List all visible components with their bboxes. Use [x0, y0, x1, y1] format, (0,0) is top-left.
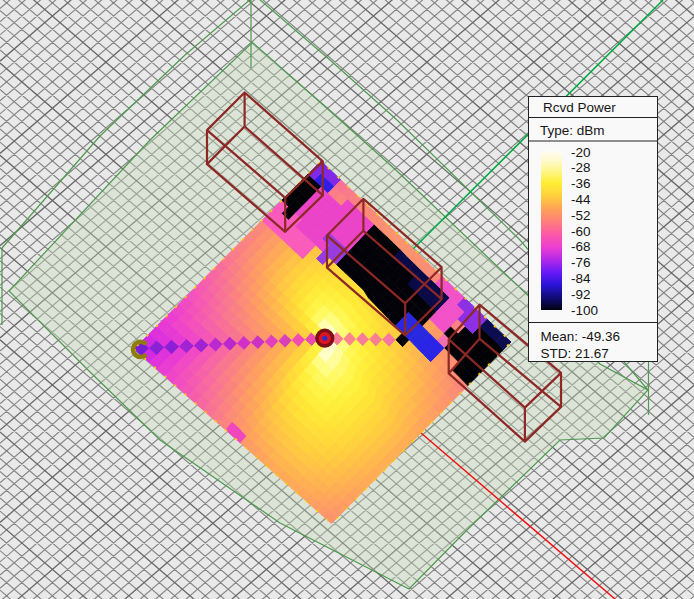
svg-text:-28: -28 — [571, 160, 591, 175]
svg-text:-60: -60 — [571, 224, 591, 239]
svg-text:-52: -52 — [571, 208, 591, 223]
svg-text:-76: -76 — [571, 255, 591, 270]
svg-text:-92: -92 — [571, 287, 591, 302]
svg-text:Rcvd Power: Rcvd Power — [543, 100, 616, 115]
svg-text:-44: -44 — [571, 192, 591, 207]
svg-text:-100: -100 — [571, 303, 598, 318]
svg-text:STD: 21.67: STD: 21.67 — [541, 346, 609, 361]
svg-text:-84: -84 — [571, 271, 591, 286]
svg-text:-68: -68 — [571, 239, 591, 254]
svg-text:-20: -20 — [571, 145, 591, 160]
svg-text:Mean: -49.36: Mean: -49.36 — [541, 329, 621, 344]
svg-text:-36: -36 — [571, 176, 591, 191]
svg-text:Type: dBm: Type: dBm — [540, 123, 605, 138]
